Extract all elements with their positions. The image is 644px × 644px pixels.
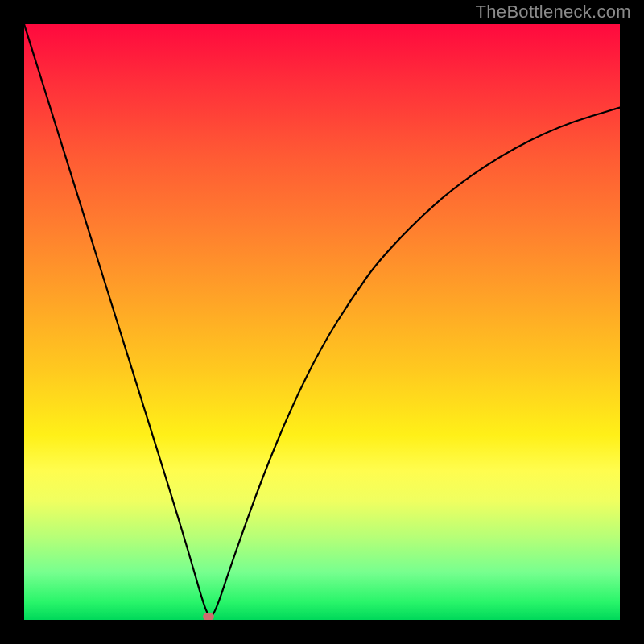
minimum-marker-icon [203, 613, 214, 620]
chart-container: TheBottleneck.com [0, 0, 644, 644]
watermark-text: TheBottleneck.com [476, 2, 631, 23]
plot-area [24, 24, 620, 620]
bottleneck-curve [24, 24, 620, 620]
